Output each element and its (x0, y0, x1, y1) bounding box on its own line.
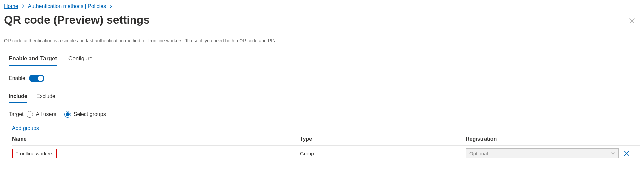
col-header-type: Type (300, 136, 466, 142)
tab-enable-and-target[interactable]: Enable and Target (9, 55, 57, 66)
radio-icon (64, 111, 71, 118)
breadcrumb-auth-methods[interactable]: Authentication methods | Policies (28, 3, 106, 9)
table-header: Name Type Registration (12, 136, 640, 146)
chevron-right-icon (109, 4, 113, 8)
radio-all-users[interactable]: All users (27, 111, 56, 118)
enable-toggle[interactable] (29, 75, 44, 82)
col-header-registration: Registration (466, 136, 640, 142)
chevron-right-icon (22, 4, 25, 8)
subtab-include[interactable]: Include (9, 93, 27, 103)
target-row: Target All users Select groups (4, 103, 640, 119)
registration-dropdown[interactable]: Optional (466, 148, 619, 158)
breadcrumb: Home Authentication methods | Policies (4, 2, 640, 12)
main-tabs: Enable and Target Configure (4, 55, 640, 66)
subtab-exclude[interactable]: Exclude (36, 93, 55, 103)
radio-icon (27, 111, 33, 118)
radio-select-groups[interactable]: Select groups (64, 111, 106, 118)
close-button[interactable] (627, 15, 637, 26)
more-actions-button[interactable]: ⋯ (156, 17, 163, 24)
table-row: Frontline workers Group Optional (12, 146, 640, 161)
group-type-cell: Group (300, 151, 466, 156)
target-label: Target (9, 111, 23, 117)
chevron-down-icon (611, 151, 615, 156)
breadcrumb-home[interactable]: Home (4, 3, 18, 9)
col-header-name: Name (12, 136, 300, 142)
description-text: QR code authentication is a simple and f… (4, 38, 640, 43)
enable-label: Enable (9, 75, 25, 81)
add-groups-link[interactable]: Add groups (4, 119, 640, 133)
radio-select-groups-label: Select groups (74, 111, 106, 117)
groups-table: Name Type Registration Frontline workers… (4, 133, 640, 161)
remove-row-button[interactable] (623, 150, 630, 157)
tab-configure[interactable]: Configure (68, 55, 93, 66)
registration-dropdown-value: Optional (469, 151, 488, 156)
title-row: QR code (Preview) settings ⋯ (4, 12, 640, 31)
include-exclude-tabs: Include Exclude (4, 93, 640, 103)
page-title: QR code (Preview) settings (4, 13, 150, 26)
enable-row: Enable (4, 66, 640, 83)
group-name-cell[interactable]: Frontline workers (12, 149, 57, 158)
radio-all-users-label: All users (36, 111, 56, 117)
